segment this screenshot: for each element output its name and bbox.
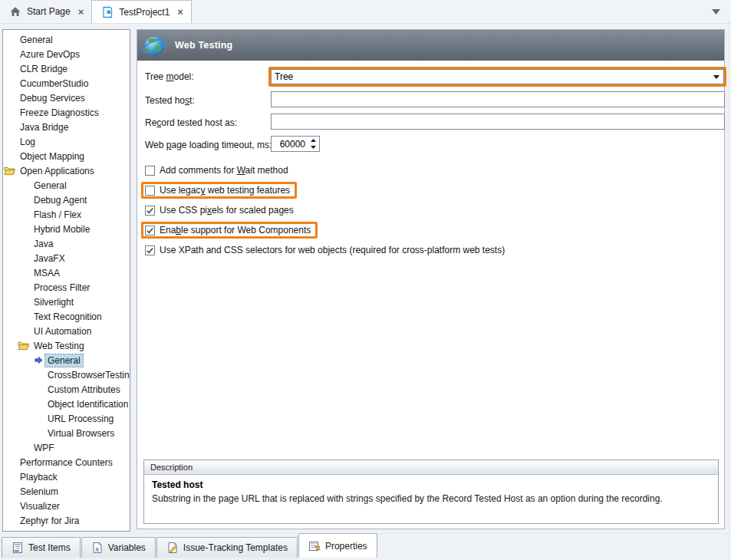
tested-host-input[interactable] — [271, 91, 725, 107]
tree-item-playback[interactable]: Playback — [3, 469, 130, 484]
tree-item-label: Java Bridge — [18, 121, 71, 133]
tree-item-general[interactable]: General — [3, 353, 130, 367]
tree-item-silverlight[interactable]: Silverlight — [3, 295, 130, 309]
tree-item-label: Web Testing — [31, 340, 87, 352]
checkbox-label: Use XPath and CSS selectors for web obje… — [160, 245, 505, 255]
label-text: odel: — [174, 71, 194, 82]
tree-item-flash-flex[interactable]: Flash / Flex — [3, 207, 130, 222]
checkbox-row-add-comments-wait-method: Add comments for Wait method — [145, 160, 512, 180]
properties-tree: GeneralAzure DevOpsCLR BridgeCucumberStu… — [2, 29, 130, 532]
tree-item-label: Virtual Browsers — [45, 427, 117, 440]
tree-item-ui-automation[interactable]: UI Automation — [3, 324, 130, 338]
panel-tab-bar: Test ItemsxVariablesIssue-Tracking Templ… — [0, 533, 731, 560]
tree-item-java[interactable]: Java — [3, 236, 130, 251]
tree-model-select[interactable]: Tree — [271, 69, 724, 84]
tab-list-chevron-down-icon[interactable] — [712, 9, 720, 15]
tree-item-cucumberstudio[interactable]: CucumberStudio — [3, 76, 130, 91]
tree-item-label: Zephyr for Jira — [18, 515, 81, 527]
tree-item-label: Object Identification — [45, 398, 130, 410]
tree-item-label: Playback — [18, 471, 60, 483]
tree-item-object-identification[interactable]: Object Identification — [3, 397, 130, 411]
tree-item-wpf[interactable]: WPF — [3, 440, 130, 455]
spin-up-icon[interactable] — [308, 137, 319, 144]
checkbox-row-use-css-pixels: Use CSS pixels for scaled pages — [145, 200, 512, 220]
tree-item-url-processing[interactable]: URL Processing — [3, 411, 130, 426]
checkbox-label: Add comments for Wait method — [160, 165, 288, 176]
page-loading-timeout-label: Web page loading timeout, ms: — [145, 140, 272, 150]
label-text: Ena — [160, 225, 176, 236]
tree-item-selenium[interactable]: Selenium — [3, 484, 130, 499]
close-icon[interactable]: × — [78, 6, 84, 18]
panel-tab-test-items[interactable]: Test Items — [2, 537, 81, 558]
tree-item-object-mapping[interactable]: Object Mapping — [3, 149, 130, 163]
section-title: Web Testing — [175, 40, 232, 51]
tree-item-web-testing[interactable]: Web Testing — [3, 338, 130, 353]
tree-item-label: Visualizer — [18, 500, 62, 512]
tree-item-label: Freeze Diagnostics — [18, 107, 101, 119]
tree-item-crossbrowsertesting[interactable]: CrossBrowserTesting — [3, 367, 130, 382]
description-panel: Description Tested host Substring in the… — [143, 460, 719, 524]
tree-item-label: URL Processing — [45, 413, 116, 425]
checkbox-wrap: Add comments for Wait method — [141, 162, 295, 179]
tree-item-label: Debug Agent — [31, 194, 89, 206]
tree-item-virtual-browsers[interactable]: Virtual Browsers — [3, 426, 130, 440]
checkbox-use-legacy-web-testing[interactable] — [145, 186, 155, 196]
spin-down-icon[interactable] — [308, 144, 319, 152]
description-body: Tested host Substring in the page URL th… — [144, 475, 718, 509]
panel-tab-variables[interactable]: xVariables — [81, 537, 156, 558]
description-panel-header: Description — [144, 460, 718, 475]
checkbox-use-css-pixels[interactable] — [145, 206, 155, 216]
label-text: age loading timeout, ms: — [171, 140, 272, 150]
tree-item-java-bridge[interactable]: Java Bridge — [3, 120, 130, 134]
tree-item-azure-devops[interactable]: Azure DevOps — [3, 47, 130, 61]
tree-item-custom-attributes[interactable]: Custom Attributes — [3, 382, 130, 397]
panel-tab-label: Properties — [325, 541, 367, 552]
tree-item-process-filter[interactable]: Process Filter — [3, 280, 130, 295]
tree-model-value: Tree — [275, 71, 293, 82]
tree-item-zephyr-for-jira[interactable]: Zephyr for Jira — [3, 513, 130, 528]
tree-model-highlight: Tree — [268, 67, 726, 87]
close-icon[interactable]: × — [177, 6, 183, 18]
record-tested-host-label: Record tested host as: — [145, 117, 237, 128]
tree-item-log[interactable]: Log — [3, 134, 130, 149]
tree-item-debug-agent[interactable]: Debug Agent — [3, 193, 130, 207]
tree-item-open-applications[interactable]: Open Applications — [3, 163, 130, 178]
tree-model-label: Tree model: — [145, 71, 194, 82]
checkbox-enable-web-components[interactable] — [145, 226, 155, 236]
tab-start-page[interactable]: Start Page× — [0, 0, 91, 23]
tree-item-label: CrossBrowserTesting — [45, 369, 130, 381]
checkbox-add-comments-wait-method[interactable] — [145, 166, 155, 176]
tree-item-label: Object Mapping — [18, 150, 87, 163]
description-option-text: Substring in the page URL that is replac… — [152, 493, 710, 504]
tree-item-msaa[interactable]: MSAA — [3, 265, 130, 280]
label-text: web testing features — [205, 185, 290, 196]
tab-testproject1[interactable]: TestProject1× — [91, 0, 192, 23]
label-text: le support for Web Components — [181, 225, 311, 236]
panel-tab-issue-tracking-templates[interactable]: Issue-Tracking Templates — [156, 537, 298, 558]
checkbox-use-xpath-css-selectors[interactable] — [145, 245, 155, 255]
tree-item-hybrid-mobile[interactable]: Hybrid Mobile — [3, 222, 130, 236]
tree-item-text-recognition[interactable]: Text Recognition — [3, 309, 130, 324]
page-loading-timeout-spinner[interactable]: 60000 — [271, 136, 320, 152]
tree-item-general[interactable]: General — [3, 32, 130, 47]
tree-item-clr-bridge[interactable]: CLR Bridge — [3, 61, 130, 76]
label-text: m — [166, 71, 174, 82]
tree-item-general[interactable]: General — [3, 178, 130, 193]
label-text: Use XPath and CSS selectors for web obje… — [160, 245, 505, 255]
tree-item-debug-services[interactable]: Debug Services — [3, 91, 130, 105]
tree-item-label: Text Recognition — [31, 311, 104, 323]
svg-text:x: x — [94, 545, 99, 553]
record-tested-host-input[interactable] — [271, 114, 725, 130]
tree-item-performance-counters[interactable]: Performance Counters — [3, 455, 130, 469]
label-text: ord tested host as: — [161, 117, 237, 128]
timeout-value: 60000 — [272, 137, 308, 151]
tab-label: Start Page — [27, 6, 71, 17]
tree-item-javafx[interactable]: JavaFX — [3, 251, 130, 265]
tree-item-visualizer[interactable]: Visualizer — [3, 499, 130, 513]
document-tab-bar: Start Page×TestProject1× — [0, 0, 731, 24]
tree-item-freeze-diagnostics[interactable]: Freeze Diagnostics — [3, 105, 130, 120]
panel-tab-properties[interactable]: Properties — [298, 533, 377, 558]
tree-item-label: Performance Counters — [18, 456, 115, 469]
label-text: Add comments for — [160, 165, 237, 176]
selected-item-arrow-icon — [35, 356, 45, 364]
